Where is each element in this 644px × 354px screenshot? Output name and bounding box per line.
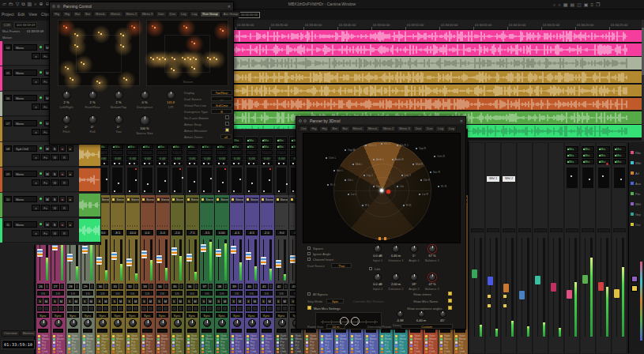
- speaker-set-button[interactable]: Dan: [413, 126, 424, 132]
- channel-select-button[interactable]: [269, 284, 273, 289]
- track-btn-fx[interactable]: Fx: [41, 179, 50, 186]
- channel-select-button[interactable]: [119, 284, 123, 289]
- panner-object[interactable]: Top M: [345, 148, 360, 154]
- solo-button[interactable]: S: [156, 298, 162, 304]
- routing-slot[interactable]: Mix Out: [246, 144, 258, 149]
- speaker-set-button[interactable]: Dan: [424, 126, 435, 132]
- edit-button[interactable]: [82, 306, 88, 311]
- mixer-channel-strip[interactable]: Mix OutMix Out—0.00Stereo-4.5391/6SMSync…: [230, 136, 244, 354]
- sync-label[interactable]: Sync: [37, 313, 49, 318]
- channel-select-button[interactable]: [45, 284, 49, 289]
- listen-button[interactable]: [89, 306, 94, 311]
- right-mixer-strip[interactable]: [470, 143, 485, 353]
- knob-value-box[interactable]: [112, 329, 122, 333]
- sync-label[interactable]: Sync: [231, 313, 243, 318]
- listen-button[interactable]: [73, 306, 79, 311]
- knob-value-box[interactable]: [53, 329, 63, 333]
- listen-button[interactable]: [118, 306, 123, 311]
- gain-slot[interactable]: 0.00: [186, 156, 198, 160]
- fader-track[interactable]: [474, 238, 475, 337]
- solo-button[interactable]: S: [51, 145, 58, 152]
- mute-button[interactable]: M: [267, 298, 273, 304]
- fader-handle[interactable]: [535, 276, 540, 284]
- fader-value[interactable]: 0.00: [216, 230, 228, 235]
- panel-icon[interactable]: ◫: [577, 2, 582, 8]
- speaker-set-button[interactable]: Hig: [309, 126, 318, 132]
- mixer-channel-strip[interactable]: Mix OutMix Out—0.00Stereo-6.5401/6SMSync…: [245, 136, 259, 354]
- mixer-channel-strip[interactable]: Mix OutMix Out—0.00Stereo0.00381/6SMSync…: [215, 136, 229, 354]
- fader-handle[interactable]: [503, 284, 509, 292]
- listen-button[interactable]: [133, 306, 138, 311]
- all-bypass-row[interactable]: All Bypass: [307, 292, 339, 297]
- dir-preset-value[interactable]: Custom: [401, 324, 453, 329]
- track-header[interactable]: 09MonoMS●▸eFxWR: [0, 168, 101, 192]
- option-checkbox[interactable]: [369, 267, 372, 270]
- speaker-icon[interactable]: [123, 77, 130, 83]
- surround-pan-grid[interactable]: [582, 167, 594, 189]
- speaker-set-button[interactable]: MenuL: [108, 11, 122, 17]
- edit-button[interactable]: [216, 306, 221, 311]
- fader-handle[interactable]: [216, 249, 221, 257]
- mixer-channel-strip[interactable]: Mix OutMix Out—0.00Stereo-2.0351/6SMSync…: [171, 136, 185, 354]
- empty-slot[interactable]: —: [276, 150, 288, 155]
- mixer-channel-strip[interactable]: Mix OutMix Out—0.00Stereo-8.5311/6SMSync…: [111, 136, 125, 354]
- fader-track[interactable]: [218, 239, 219, 281]
- link-row[interactable]: Link: [369, 267, 393, 272]
- empty-slot[interactable]: —: [186, 150, 198, 155]
- empty-slot[interactable]: —: [171, 150, 183, 155]
- solo-button[interactable]: S: [82, 298, 88, 304]
- panner-object[interactable]: Mid L: [352, 162, 368, 168]
- speaker-icon[interactable]: [74, 44, 81, 50]
- speaker-set-button[interactable]: Hig: [319, 126, 329, 132]
- setting-value[interactable]: Top/Rear: [211, 90, 232, 95]
- output-format-label[interactable]: Stereo: [156, 198, 169, 203]
- fader-handle[interactable]: [472, 269, 477, 278]
- speaker-icon[interactable]: [183, 25, 190, 31]
- mute-button[interactable]: M: [148, 298, 153, 304]
- output-format-label[interactable]: Stereo: [216, 198, 228, 203]
- link-ratio-box[interactable]: 1/6: [111, 291, 123, 296]
- grid-icon[interactable]: ▦: [563, 2, 568, 8]
- gain-slot[interactable]: 0.00: [141, 156, 153, 160]
- fader-handle[interactable]: [567, 290, 572, 299]
- fader-handle[interactable]: [261, 257, 266, 265]
- knob-value-box[interactable]: [277, 329, 287, 333]
- solo-button[interactable]: S: [246, 298, 251, 304]
- fader-track[interactable]: [616, 238, 617, 337]
- link-ratio-box[interactable]: 1/6: [126, 291, 138, 296]
- routing-slot[interactable]: Mix Out: [566, 146, 578, 152]
- panner-titlebar[interactable]: Panner by 3Dmol ✕: [296, 117, 465, 124]
- pan-knob-left-right[interactable]: 2 %Left/Right: [55, 91, 78, 109]
- edit-button[interactable]: [67, 306, 73, 311]
- edit-button[interactable]: [171, 306, 177, 311]
- pan-knob[interactable]: [84, 319, 92, 327]
- plugin-knob-angle-2[interactable]: 18°Angle 2: [405, 273, 423, 291]
- fader-handle[interactable]: [551, 283, 556, 292]
- sync-label[interactable]: Sync: [111, 313, 123, 318]
- panner-object[interactable]: Lrg 2: [401, 173, 417, 179]
- knob-value-box[interactable]: [127, 329, 137, 333]
- knob-value-box[interactable]: [38, 329, 48, 333]
- track-btn-r[interactable]: R: [60, 205, 69, 211]
- listen-button[interactable]: [148, 306, 153, 311]
- output-format-label[interactable]: Stereo: [186, 198, 199, 203]
- panner-object[interactable]: Lw R: [419, 192, 435, 198]
- speaker-icon[interactable]: [152, 25, 158, 31]
- routing-slot[interactable]: Mix Out: [186, 144, 198, 149]
- routing-slot[interactable]: Mix Out: [613, 153, 626, 158]
- modules-icon[interactable]: ▥: [28, 1, 32, 8]
- surround-pan-grid[interactable]: [597, 167, 610, 189]
- speaker-set-button[interactable]: Leg: [435, 126, 446, 132]
- plugin-knob-balance-2[interactable]: 47 %Balance 2: [424, 273, 441, 291]
- plugin-option-row[interactable]: Channel Invert: [307, 258, 355, 262]
- edit-button[interactable]: [261, 306, 266, 311]
- routing-slot[interactable]: Mix Out: [582, 153, 594, 158]
- speaker-icon[interactable]: [191, 41, 198, 47]
- surround-pan-grid[interactable]: [141, 167, 153, 194]
- track-name-box[interactable]: Mono: [13, 44, 37, 51]
- right-mixer-strip[interactable]: [549, 143, 564, 353]
- waveform-thumbnail[interactable]: [79, 143, 100, 166]
- empty-slot[interactable]: —: [141, 150, 153, 155]
- panner-object[interactable]: Ch L 1: [365, 143, 381, 149]
- routing-slot[interactable]: Mix Out: [566, 159, 578, 164]
